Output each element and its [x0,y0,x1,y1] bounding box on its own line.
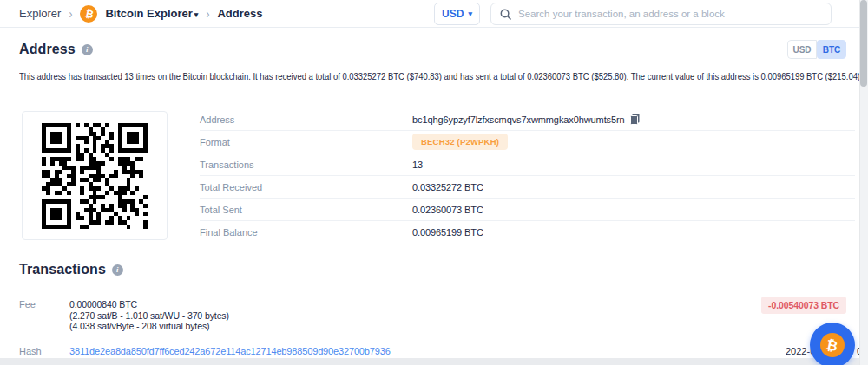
fee-detail-line: (2.270 sat/B - 1.010 sat/WU - 370 bytes) [69,310,229,322]
toggle-btc-button[interactable]: BTC [817,40,846,59]
copy-icon[interactable] [630,114,640,125]
search-icon [500,9,511,20]
bitcoin-icon: ₿ [80,5,97,23]
table-row-format: Format BECH32 (P2WPKH) [200,131,855,153]
chevron-right-icon: › [69,6,72,20]
row-label: Total Sent [200,205,412,215]
transactions-title: Transactions [19,262,106,277]
search-bar[interactable] [490,3,832,25]
table-row-transactions: Transactions 13 [200,153,855,176]
chevron-down-icon: ▾ [468,10,472,18]
toggle-usd-button[interactable]: USD [787,40,817,59]
row-label: Address [200,114,412,125]
row-value: 0.02360073 BTC [412,205,483,215]
chevron-down-icon: ▾ [194,10,199,19]
table-row-final-balance: Final Balance 0.00965199 BTC [200,221,855,244]
info-icon[interactable]: i [112,264,123,276]
fee-amount: 0.00000840 BTC [69,299,229,310]
breadcrumb: Explorer › ₿ Bitcoin Explorer▾ › Address [19,5,262,23]
row-value: 0.03325272 BTC [412,182,483,192]
row-label: Final Balance [200,227,412,238]
breadcrumb-explorer[interactable]: Explorer [19,7,61,20]
fee-detail-line: (4.038 sat/vByte - 208 virtual bytes) [69,321,229,332]
transactions-section-title: Transactions i [19,262,123,277]
row-value: 13 [412,160,423,170]
address-section-title: Address i [19,42,93,57]
row-label: Transactions [200,160,412,170]
qr-card [22,111,168,240]
info-icon[interactable]: i [82,44,93,55]
format-badge: BECH32 (P2WPKH) [412,134,508,150]
search-input[interactable] [518,9,822,19]
currency-selector-button[interactable]: USD ▾ [434,3,480,25]
address-value: bc1qhg6ypzyf7lzfxscmqvs7xwmmgkax0hwumts5… [412,114,625,125]
row-value: 0.00965199 BTC [412,227,483,238]
breadcrumb-coin-selector[interactable]: Bitcoin Explorer▾ [105,7,198,20]
table-row-total-received: Total Received 0.03325272 BTC [200,176,855,199]
transaction-hash-link[interactable]: 3811de2ea8da850fd7ff6ced242a672e114ac127… [69,346,391,356]
row-label: Total Received [200,182,412,192]
scrollbar-thumb[interactable] [860,0,867,87]
table-row-total-sent: Total Sent 0.02360073 BTC [200,199,855,221]
address-details-table: Address bc1qhg6ypzyf7lzfxscmqvs7xwmmgkax… [200,108,855,244]
fee-label: Fee [19,299,36,310]
bitcoin-icon: ₿ [820,333,845,357]
fee-details: 0.00000840 BTC (2.270 sat/B - 1.010 sat/… [69,299,229,332]
floating-bitcoin-button[interactable]: ₿ [810,323,855,365]
table-row-address: Address bc1qhg6ypzyf7lzfxscmqvs7xwmmgkax… [200,108,855,131]
address-summary: This address has transacted 13 times on … [19,71,773,81]
balance-delta-badge: -0.00540073 BTC [761,297,846,314]
breadcrumb-page: Address [217,7,262,20]
qr-code [42,123,148,229]
hash-label: Hash [19,346,42,356]
bottom-divider [0,358,859,365]
row-label: Format [200,137,412,147]
chevron-right-icon: › [206,6,209,20]
scrollbar-track [859,0,868,365]
row-value: bc1qhg6ypzyf7lzfxscmqvs7xwmmgkax0hwumts5… [412,114,640,125]
top-bar: Explorer › ₿ Bitcoin Explorer▾ › Address… [0,0,859,28]
page-title: Address [19,42,76,57]
unit-toggle: USD BTC [787,40,846,59]
page: Explorer › ₿ Bitcoin Explorer▾ › Address… [0,0,868,365]
